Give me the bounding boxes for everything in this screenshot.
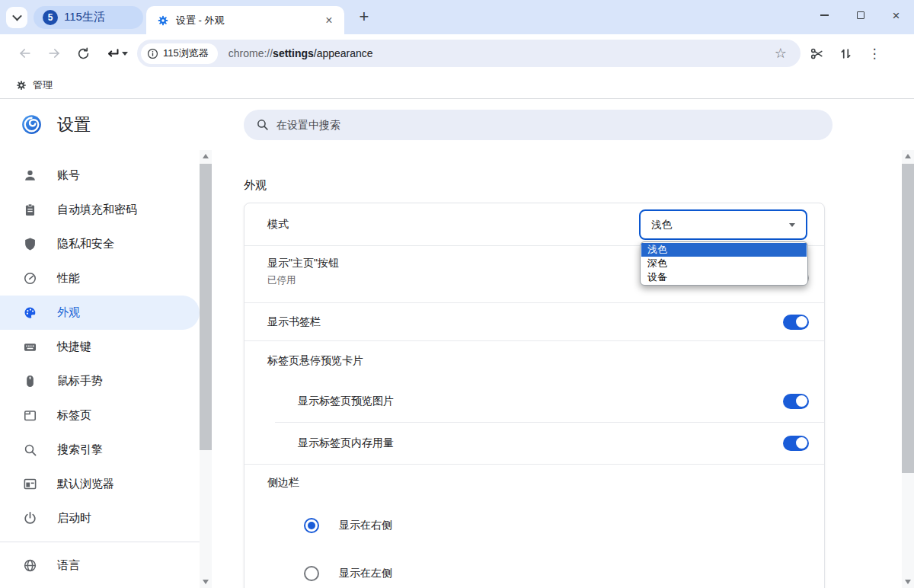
mouse-icon (23, 374, 37, 388)
side-right-radio[interactable] (304, 518, 319, 533)
site-info-chip[interactable]: 115浏览器 (141, 43, 218, 64)
keyboard-icon (23, 340, 37, 354)
row-side-right: 显示在右侧 (244, 500, 824, 551)
sidebar-item-label: 快捷键 (57, 340, 91, 354)
settings-sidebar: 账号自动填充和密码隐私和安全性能外观快捷键鼠标手势标签页搜索引擎默认浏览器启动时… (0, 150, 200, 588)
sidebar-item-appearance[interactable]: 外观 (0, 296, 200, 330)
page-title: 设置 (57, 113, 91, 136)
sidebar-item-label: 自动填充和密码 (57, 203, 137, 217)
home-button-status: 已停用 (267, 274, 339, 287)
content-scrollbar-thumb[interactable] (902, 164, 914, 473)
sidebar-item-label: 外观 (57, 305, 80, 320)
sidebar-item-tabs[interactable]: 标签页 (0, 398, 200, 433)
shield-icon (23, 237, 37, 251)
sidebar-item-default-browser[interactable]: 默认浏览器 (0, 467, 200, 501)
tab-search-button[interactable] (6, 7, 27, 28)
mode-dropdown-menu: 浅色深色设备 (640, 241, 808, 286)
settings-body: 账号自动填充和密码隐私和安全性能外观快捷键鼠标手势标签页搜索引擎默认浏览器启动时… (0, 150, 914, 588)
chevron-down-icon (12, 11, 22, 21)
sidebar-item-shortcuts[interactable]: 快捷键 (0, 330, 200, 364)
scroll-up-arrow-icon[interactable] (203, 154, 209, 158)
bookmark-star-icon[interactable]: ☆ (775, 45, 787, 62)
url-text: chrome://settings/appearance (228, 47, 373, 59)
gesture-dropdown-caret[interactable] (122, 52, 128, 56)
minimize-button[interactable] (807, 0, 842, 30)
sidebar-item-startup[interactable]: 启动时 (0, 501, 200, 535)
scroll-down-arrow-icon[interactable] (905, 580, 911, 584)
bookmarks-bar-label: 显示书签栏 (267, 315, 321, 329)
sidebar-item-privacy[interactable]: 隐私和安全 (0, 227, 200, 261)
sidebar-item-search-engine[interactable]: 搜索引擎 (0, 433, 200, 467)
sidebar-item-label: 标签页 (57, 408, 91, 423)
close-button[interactable]: × (878, 0, 914, 30)
mode-select[interactable]: 浅色 (639, 209, 807, 240)
mode-option-1[interactable]: 深色 (641, 257, 807, 270)
reload-button[interactable] (72, 42, 94, 65)
sidebar-item-languages[interactable]: 语言 (0, 548, 200, 583)
search-icon (23, 443, 37, 457)
up-down-arrows-icon (839, 46, 853, 61)
row-tab-preview: 显示标签页预览图片 (244, 380, 824, 422)
tab-label: 115生活 (64, 10, 105, 24)
row-side-left: 显示在左侧 (244, 551, 824, 588)
side-left-label: 显示在左侧 (339, 567, 392, 580)
sidebar-item-label: 账号 (57, 168, 80, 183)
sidebar-scrollbar-thumb[interactable] (200, 164, 212, 450)
row-bookmarks-bar: 显示书签栏 (244, 302, 824, 340)
sidebar-item-label: 默认浏览器 (57, 477, 114, 491)
scroll-up-arrow-icon[interactable] (905, 154, 911, 158)
sidebar-item-label: 鼠标手势 (57, 374, 103, 388)
downloads-traffic-button[interactable] (833, 42, 858, 65)
forward-button[interactable] (43, 42, 66, 65)
browser-menu-button[interactable]: ⋮ (861, 42, 887, 65)
select-caret-icon (789, 223, 795, 227)
tab-settings-appearance[interactable]: 设置 - 外观 × (146, 6, 344, 34)
settings-search-box[interactable] (244, 110, 833, 140)
sidebar-scrollbar[interactable] (200, 150, 212, 588)
tab-icon (23, 408, 37, 423)
row-tab-hover-label: 标签页悬停预览卡片 (244, 340, 824, 380)
mouse-gesture-button[interactable] (101, 42, 123, 65)
tab-memory-toggle[interactable] (783, 436, 809, 451)
bookmarks-bar-toggle[interactable] (783, 315, 809, 330)
minimize-icon (820, 14, 829, 16)
sidebar-item-label: 搜索引擎 (57, 443, 103, 457)
sidebar-item-performance[interactable]: 性能 (0, 261, 200, 296)
power-icon (23, 511, 37, 526)
sidebar-item-autofill[interactable]: 自动填充和密码 (0, 193, 200, 227)
side-right-label: 显示在右侧 (339, 519, 392, 532)
tab-115-life[interactable]: 5 115生活 (34, 6, 143, 29)
search-input[interactable] (276, 119, 820, 131)
row-tab-memory: 显示标签页内存用量 (244, 422, 824, 464)
tab-preview-toggle[interactable] (783, 394, 809, 409)
sidebar-item-account[interactable]: 账号 (0, 158, 200, 193)
mode-option-0[interactable]: 浅色 (641, 243, 807, 257)
row-side-panel-label: 侧边栏 (244, 464, 824, 500)
browser-logo-icon (21, 114, 42, 135)
maximize-button[interactable] (842, 0, 878, 30)
person-icon (23, 168, 37, 183)
mode-option-2[interactable]: 设备 (641, 270, 807, 284)
scroll-down-arrow-icon[interactable] (203, 580, 209, 584)
side-left-radio[interactable] (304, 566, 319, 581)
address-bar[interactable]: 115浏览器 chrome://settings/appearance ☆ (137, 40, 801, 67)
back-icon (18, 46, 33, 61)
back-button[interactable] (14, 42, 37, 65)
gear-icon (157, 14, 169, 27)
new-tab-button[interactable]: + (353, 7, 375, 28)
bookmark-item-manage[interactable]: 管理 (9, 76, 59, 94)
sidebar-item-label: 启动时 (57, 511, 91, 526)
forward-icon (46, 46, 62, 61)
sidebar-item-label: 性能 (57, 271, 80, 286)
close-icon: × (893, 9, 900, 22)
sidebar-item-mouse-gestures[interactable]: 鼠标手势 (0, 364, 200, 398)
side-panel-label: 侧边栏 (267, 476, 299, 490)
content-scrollbar[interactable] (902, 150, 914, 588)
tab-label: 设置 - 外观 (176, 14, 315, 27)
tab-strip: 5 115生活 设置 - 外观 × + × (0, 0, 914, 34)
home-button-label: 显示"主页"按钮 (267, 257, 339, 270)
screenshot-button[interactable] (804, 42, 829, 65)
tab-close-icon[interactable]: × (321, 13, 337, 28)
section-title: 外观 (244, 178, 902, 193)
palette-icon (23, 305, 37, 320)
